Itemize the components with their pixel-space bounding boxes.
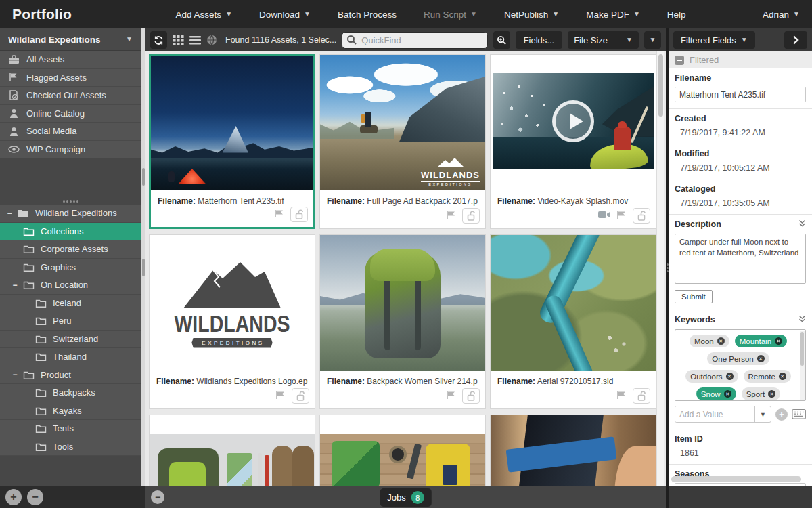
tree-item-graphics[interactable]: Graphics xyxy=(0,259,141,277)
sidebar-item-wip-campaign[interactable]: WIP Campaign xyxy=(0,141,141,159)
keyword-tag[interactable]: One Person✕ xyxy=(707,352,769,365)
asset-card-gear-flatlay[interactable] xyxy=(149,415,315,486)
add-gallery-button[interactable]: + xyxy=(5,489,22,505)
seasons-input[interactable] xyxy=(675,483,806,486)
unlock-icon[interactable] xyxy=(462,208,480,224)
grid-view-icon[interactable] xyxy=(173,35,184,45)
tree-item-tools[interactable]: Tools xyxy=(0,438,141,457)
scrollbar-thumb[interactable] xyxy=(658,54,663,117)
flag-icon[interactable] xyxy=(616,211,627,221)
sidebar-item-social-media[interactable]: Social Media xyxy=(0,123,141,141)
sort-direction-button[interactable]: ▼ xyxy=(644,31,661,49)
tree-item-thailand[interactable]: Thailand xyxy=(0,348,141,366)
play-icon[interactable] xyxy=(552,100,594,142)
menu-netpublish[interactable]: NetPublish▼ xyxy=(504,9,559,20)
chevron-down-icon[interactable]: ▼ xyxy=(754,406,771,422)
keyword-tag[interactable]: Outdoors✕ xyxy=(685,370,738,383)
sidebar-splitter-handle[interactable] xyxy=(0,198,141,205)
collapse-section-icon[interactable] xyxy=(675,56,684,65)
refresh-button[interactable] xyxy=(150,31,167,49)
keyword-tag[interactable]: Snow✕ xyxy=(696,387,736,400)
unlock-icon[interactable] xyxy=(633,208,650,224)
collapse-icon[interactable]: − xyxy=(5,209,14,218)
fields-button[interactable]: Fields... xyxy=(516,31,563,49)
remove-tag-icon[interactable]: ✕ xyxy=(768,390,775,398)
menu-run-script[interactable]: Run Script▼ xyxy=(424,9,477,20)
tree-item-on-location[interactable]: − On Location xyxy=(0,276,141,295)
add-keyword-button[interactable]: + xyxy=(775,408,788,421)
menu-help[interactable]: Help xyxy=(667,9,686,20)
list-view-icon[interactable] xyxy=(189,36,201,45)
quickfind-input[interactable] xyxy=(342,32,487,49)
unlock-icon[interactable] xyxy=(462,388,480,404)
collapse-icon[interactable]: − xyxy=(11,280,19,290)
keyword-tag[interactable]: Mountain✕ xyxy=(735,335,787,347)
menu-add-assets[interactable]: Add Assets▼ xyxy=(176,9,232,20)
asset-card-full-page-ad[interactable]: WILDLANDS EXPEDITIONS Filename: Full Pag… xyxy=(319,54,486,229)
globe-icon[interactable] xyxy=(206,35,217,45)
asset-card-wildlands-logo[interactable]: WILDLANDS EXPEDITIONS Filename: Wildland… xyxy=(149,234,315,409)
tree-item-iceland[interactable]: Iceland xyxy=(0,295,141,313)
scrollbar-grip[interactable] xyxy=(142,259,145,276)
tree-item-switzerland[interactable]: Switzerland xyxy=(0,331,141,349)
zoom-out-button[interactable]: − xyxy=(151,490,164,504)
chevron-double-down-icon[interactable] xyxy=(798,219,806,229)
tagbox-scrollbar[interactable] xyxy=(800,331,805,401)
asset-card-travel-kit[interactable] xyxy=(319,415,486,486)
tree-item-backpacks[interactable]: Backpacks xyxy=(0,384,141,402)
unlock-icon[interactable] xyxy=(292,388,309,404)
jobs-button[interactable]: Jobs 8 xyxy=(380,488,431,507)
flag-icon[interactable] xyxy=(274,209,285,220)
sidebar-scrollbar[interactable] xyxy=(141,28,145,486)
filename-input[interactable] xyxy=(675,87,806,102)
collapse-icon[interactable]: − xyxy=(11,370,19,379)
filtered-section-header[interactable]: Filtered xyxy=(669,51,812,68)
tree-item-product[interactable]: − Product xyxy=(0,366,141,385)
catalog-selector[interactable]: Wildland Expeditions▼ xyxy=(0,28,141,51)
flag-icon[interactable] xyxy=(446,391,457,402)
keyword-tag[interactable]: Sport✕ xyxy=(742,387,781,400)
tree-item-tents[interactable]: Tents xyxy=(0,420,141,438)
remove-tag-icon[interactable]: ✕ xyxy=(757,355,765,362)
remove-tag-icon[interactable]: ✕ xyxy=(779,373,786,380)
chevron-double-down-icon[interactable] xyxy=(798,315,806,324)
tree-item-corporate-assets[interactable]: Corporate Assets xyxy=(0,240,141,259)
asset-card-aerial[interactable]: Filename: Aerial 972010517.sid xyxy=(490,234,656,409)
remove-tag-icon[interactable]: ✕ xyxy=(724,390,731,398)
unlock-icon[interactable] xyxy=(633,388,650,404)
remove-tag-icon[interactable]: ✕ xyxy=(775,337,782,345)
panel-horizontal-scrollbar[interactable] xyxy=(671,476,801,482)
flag-icon[interactable] xyxy=(446,211,457,221)
keyboard-icon[interactable] xyxy=(792,409,806,419)
menu-download[interactable]: Download▼ xyxy=(259,9,311,20)
description-textarea[interactable]: Camper under full Moon next to red tent … xyxy=(675,234,806,284)
user-menu[interactable]: Adrian▼ xyxy=(763,9,800,20)
scrollbar-grip[interactable] xyxy=(142,168,145,186)
asset-card-kayak-video[interactable]: Filename: Video-Kayak Splash.mov xyxy=(490,54,656,229)
keyword-tag[interactable]: Remote✕ xyxy=(744,370,791,383)
flag-icon[interactable] xyxy=(616,391,627,402)
menu-make-pdf[interactable]: Make PDF▼ xyxy=(586,9,640,20)
tree-item-kayaks[interactable]: Kayaks xyxy=(0,402,141,421)
tree-item-peru[interactable]: Peru xyxy=(0,312,141,331)
submit-button[interactable]: Submit xyxy=(675,290,713,303)
collapse-panel-button[interactable] xyxy=(784,31,807,49)
remove-tag-icon[interactable]: ✕ xyxy=(717,337,725,345)
menu-batch-process[interactable]: Batch Process xyxy=(338,9,397,20)
remove-gallery-button[interactable]: − xyxy=(27,489,43,505)
sidebar-item-checked-out-assets[interactable]: Checked Out Assets xyxy=(0,87,141,105)
asset-card-climbing-harness[interactable] xyxy=(490,415,656,486)
fields-mode-dropdown[interactable]: Filtered Fields▼ xyxy=(673,31,755,49)
asset-card-matterhorn-tent[interactable]: Filename: Matterhorn Tent A235.tif xyxy=(149,54,315,229)
quickfind-search[interactable] xyxy=(342,32,487,49)
sidebar-item-online-catalog[interactable]: Online Catalog xyxy=(0,105,141,123)
sidebar-item-flagged-assets[interactable]: Flagged Assets xyxy=(0,69,141,87)
remove-tag-icon[interactable]: ✕ xyxy=(726,373,734,380)
sort-by-dropdown[interactable]: File Size▼ xyxy=(568,31,639,49)
advanced-search-button[interactable] xyxy=(493,31,510,49)
add-keyword-input[interactable] xyxy=(675,406,754,422)
sidebar-item-all-assets[interactable]: All Assets xyxy=(0,51,141,69)
tree-item-collections[interactable]: Collections xyxy=(0,223,141,241)
grid-scrollbar[interactable] xyxy=(656,51,664,486)
flag-icon[interactable] xyxy=(275,391,286,402)
